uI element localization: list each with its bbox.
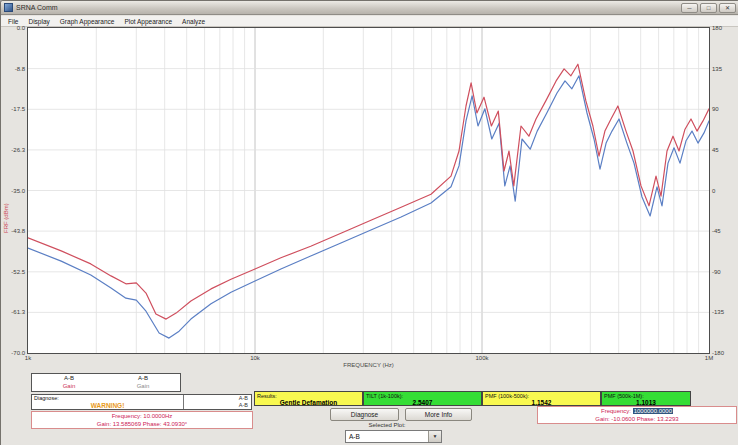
minimize-button[interactable]: ─	[681, 3, 698, 13]
left-axis-tick: -43.8	[1, 227, 25, 235]
diagnose-status: WARNING!	[32, 402, 183, 409]
right-axis-tick: 0	[712, 187, 738, 195]
app-window: SRNA Comm ─ □ ✕ FileDisplayGraph Appeara…	[0, 0, 738, 445]
right-axis-tick: -135	[712, 308, 738, 316]
diagnose-plot-list: A-BA-B	[184, 395, 251, 409]
selected-plot-value: A-B	[346, 431, 428, 442]
right-axis-tick: 90	[712, 105, 738, 113]
chevron-down-icon[interactable]: ▼	[428, 431, 441, 442]
frequency-response-chart[interactable]	[28, 28, 709, 353]
readout-left-gain-phase: Gain: 13.585069 Phase: 43.0930°	[32, 420, 252, 428]
more-info-button[interactable]: More Info	[405, 408, 472, 421]
right-axis-tick: 45	[712, 146, 738, 154]
menu-item-plot-appearance[interactable]: Plot Appearance	[119, 18, 177, 25]
legend-plot-name: A-B	[32, 374, 106, 382]
legend-plot-name: A-B	[106, 374, 180, 382]
result-box-value: 1.1542	[483, 399, 600, 406]
result-box: PMF (500k-1M):1.1013	[601, 391, 691, 406]
result-box: PMF (100k-500k):1.1542	[482, 391, 601, 406]
diagnose-plot-item: A-B	[184, 402, 248, 409]
maximize-button[interactable]: □	[700, 3, 717, 13]
legend-metric-name: Gain	[106, 382, 180, 390]
left-axis-tick: -26.3	[1, 146, 25, 154]
result-box: Results:Gentle Defamation	[254, 391, 363, 406]
plot-legend: A-BGainA-BGain	[31, 373, 181, 392]
legend-metric-name: Gain	[32, 382, 106, 390]
left-axis-tick: -8.8	[1, 65, 25, 73]
left-axis-tick: -52.5	[1, 268, 25, 276]
readout-right-gain-phase: Gain: -10.0600 Phase: 13.2293	[538, 415, 736, 423]
diagnose-status-cell: Diagnose: WARNING!	[32, 395, 184, 409]
diagnose-label: Diagnose:	[34, 395, 59, 401]
result-box-label: PMF (500k-1M):	[602, 392, 690, 399]
menu-item-graph-appearance[interactable]: Graph Appearance	[55, 18, 120, 25]
result-box-value: Gentle Defamation	[255, 399, 362, 406]
cursor-readout-right: Frequency: 1000000.0000 Gain: -10.0600 P…	[537, 406, 737, 424]
menu-item-analyze[interactable]: Analyze	[177, 18, 210, 25]
result-box-label: PMF (100k-500k):	[483, 392, 600, 399]
cursor-readout-left: Frequency: 10.0000Hz Gain: 13.585069 Pha…	[31, 411, 253, 429]
window-title: SRNA Comm	[16, 4, 58, 11]
selected-plot-dropdown[interactable]: A-B ▼	[345, 430, 442, 443]
readout-right-frequency-value: 1000000.0000	[633, 408, 673, 414]
result-box-value: 2.5407	[364, 399, 481, 406]
diagnose-button[interactable]: Diagnose	[330, 408, 399, 421]
app-icon	[4, 3, 13, 12]
right-axis-tick: -45	[712, 227, 738, 235]
diagnose-plot-item: A-B	[184, 395, 248, 402]
right-axis-tick: 135	[712, 65, 738, 73]
plot-area[interactable]	[27, 27, 710, 354]
readout-right-frequency-label: Frequency:	[601, 408, 631, 414]
window-controls: ─ □ ✕	[681, 3, 736, 13]
right-axis-tick: 180	[712, 24, 738, 32]
selected-plot-label: Selected Plot:	[331, 422, 443, 428]
readout-left-frequency: Frequency: 10.0000Hz	[32, 412, 252, 420]
right-axis-tick: -90	[712, 268, 738, 276]
result-box-value: 1.1013	[602, 399, 690, 406]
legend-entry: A-BGain	[106, 374, 180, 391]
left-axis-tick: 0.0	[1, 24, 25, 32]
readout-right-frequency: Frequency: 1000000.0000	[538, 407, 736, 415]
legend-entry: A-BGain	[32, 374, 106, 391]
result-box-label: TILT (1k-100k):	[364, 392, 481, 399]
diagnose-panel: Diagnose: WARNING! A-BA-B	[31, 394, 252, 410]
result-box: TILT (1k-100k):2.5407	[363, 391, 482, 406]
x-axis-tick: 1M	[696, 355, 722, 361]
x-axis-tick: 100k	[469, 355, 495, 361]
title-bar[interactable]: SRNA Comm ─ □ ✕	[1, 1, 738, 15]
menu-item-display[interactable]: Display	[23, 18, 54, 25]
close-button[interactable]: ✕	[719, 3, 736, 13]
x-axis-tick: 10k	[242, 355, 268, 361]
x-axis-title: FREQUENCY (Hz)	[28, 362, 709, 368]
left-axis-tick: -61.3	[1, 308, 25, 316]
left-axis-tick: -17.5	[1, 105, 25, 113]
x-axis-tick: 1k	[15, 355, 41, 361]
result-box-label: Results:	[255, 392, 362, 399]
left-axis-tick: -35.0	[1, 187, 25, 195]
results-row: Results:Gentle DefamationTILT (1k-100k):…	[254, 391, 691, 406]
menu-bar: FileDisplayGraph AppearancePlot Appearan…	[1, 16, 738, 27]
